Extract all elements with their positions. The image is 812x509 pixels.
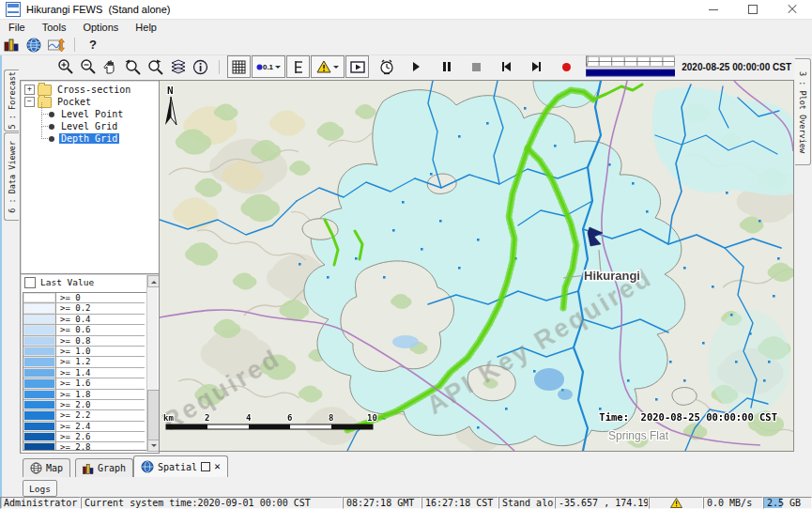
legend-row[interactable]: >= 1.4 [23,368,145,378]
title-bar[interactable]: Hikurangi FEWS (Stand alone) [0,0,812,20]
layers-icon [170,58,187,75]
time-slider[interactable] [586,55,675,78]
deep-water-patch [558,389,573,400]
legend-color-swatch [23,432,56,441]
step-forward-icon [532,62,541,71]
zoom-previous-icon [124,58,142,75]
tab-forecast-label: 5 : Forecast [8,71,17,129]
legend-row[interactable]: >= 0 [23,293,145,303]
legend-row[interactable]: >= 2.6 [23,432,145,442]
current-time-label: 2020-08-25 00:00:00 CST [682,62,791,72]
stop-icon [472,63,481,71]
help-button[interactable]: ? [82,36,104,54]
globe-icon [141,460,154,473]
animation-display-button[interactable] [345,55,369,78]
legend-row[interactable]: >= 1.0 [23,347,145,357]
expand-icon[interactable]: + [24,85,35,95]
zoom-out-icon [80,58,97,75]
tab-spatial[interactable]: Spatial ✕ [133,455,228,477]
zoom-previous-button[interactable] [122,56,144,77]
tab-data-viewer-label: 6 : Data Viewer [8,141,17,213]
profile-display-button[interactable] [45,36,68,54]
tree-item-depth-grid[interactable]: Depth Grid [21,132,159,145]
info-button[interactable] [190,56,211,77]
scale-bar-segments [166,424,373,429]
spatial-display-button[interactable] [23,36,45,54]
last-value-checkbox[interactable] [24,277,36,288]
tab-graph[interactable]: Graph [75,458,133,477]
tab-close-icon[interactable]: ✕ [214,462,221,471]
legend-color-swatch [23,325,56,334]
legend-row[interactable]: >= 0.8 [23,336,145,347]
clock-run-icon [378,58,395,75]
status-bar: Administrator Current system time:2020-0… [0,497,812,509]
tab-data-viewer[interactable]: 6 : Data Viewer [4,132,19,221]
menu-file[interactable]: File [0,22,34,33]
legend-row[interactable]: >= 1.8 [23,390,145,400]
stop-button[interactable] [466,56,487,77]
tab-forecast[interactable]: 5 : Forecast [4,69,19,131]
legend-scrollbar[interactable] [146,275,158,452]
zoom-out-button[interactable] [77,56,99,77]
collapse-icon[interactable]: − [24,97,35,107]
menu-help[interactable]: Help [127,22,165,33]
legend-row[interactable]: >= 2.8 [23,442,145,451]
north-arrow: N [165,85,176,125]
warnings-dropdown[interactable] [311,55,345,78]
vertical-scale-icon [293,60,304,74]
legend-color-swatch [23,357,56,366]
grid-icon [232,60,246,74]
legend-row[interactable]: >= 0.4 [23,315,145,325]
tab-plot-overview[interactable]: 3 : Plot Overview [795,58,811,165]
maximize-button[interactable] [733,0,773,19]
status-gmt-time: 08:27:18 GMT [343,497,421,509]
pan-button[interactable] [100,56,121,77]
legend-row-label: >= 0.4 [56,315,145,324]
minimize-button[interactable] [694,0,733,19]
legend-color-swatch [23,410,56,420]
tab-maximize-icon[interactable] [201,462,210,471]
legend-row[interactable]: >= 0.2 [23,303,145,314]
grid-display-button[interactable] [227,55,251,78]
logs-button[interactable]: Logs [23,480,57,497]
scalar-display-button[interactable] [0,36,23,54]
tab-plot-overview-label: 3 : Plot Overview [798,71,807,153]
display-tabs: Map Graph Spatial ✕ [0,454,812,478]
zoom-in-button[interactable] [54,56,76,77]
legend-row-label: >= 2.2 [56,410,145,420]
legend-row[interactable]: >= 0.6 [23,325,145,335]
tree-item-label: Level Point [59,109,125,119]
legend-color-swatch [23,347,56,356]
legend-row[interactable]: >= 2.0 [23,400,145,410]
legend-row[interactable]: >= 2.4 [23,422,145,432]
play-button[interactable] [406,56,427,77]
step-back-button[interactable] [496,56,517,77]
tab-map[interactable]: Map [23,458,70,477]
map-view[interactable]: API Key Required API Key Required Hikura… [159,80,794,452]
record-button[interactable] [556,56,577,77]
step-forward-button[interactable] [526,56,547,77]
menu-options[interactable]: Options [74,22,127,33]
close-button[interactable] [773,0,812,19]
scale-legend-button[interactable] [286,55,310,78]
legend-row[interactable]: >= 1.6 [23,378,145,389]
tab-map-label: Map [46,463,63,473]
town-label: Hikurangi [584,269,640,283]
tab-spatial-label: Spatial [158,462,197,472]
animation-timer-button[interactable] [375,56,397,77]
status-warning[interactable] [649,497,703,509]
longitudinal-profile-icon [48,38,65,53]
deep-water-patch [534,368,564,391]
legend-row-label: >= 2.0 [56,400,145,409]
class-interval-dropdown[interactable]: 0.1 [252,55,285,78]
legend-row-label: >= 0.2 [56,303,145,313]
menu-tools[interactable]: Tools [34,22,75,33]
layers-button[interactable] [167,56,189,77]
zoom-next-button[interactable] [145,56,166,77]
legend-color-swatch [23,422,56,431]
legend-row[interactable]: >= 1.2 [23,357,145,367]
legend-row[interactable]: >= 2.2 [23,410,145,421]
time-span-bar [586,69,675,76]
pause-button[interactable] [436,56,457,77]
interval-value: 0.1 [263,63,273,71]
